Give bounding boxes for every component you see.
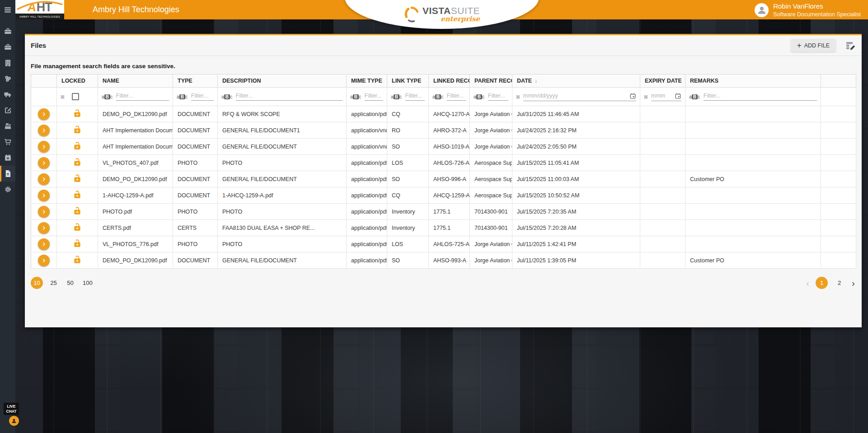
col-parent-record[interactable]: PARENT RECORD <box>470 74 512 88</box>
contains-operator-icon[interactable]: aBc <box>391 94 402 99</box>
col-type[interactable]: TYPE <box>173 74 218 88</box>
cell-remarks <box>685 155 821 171</box>
mime-type-filter-input[interactable] <box>365 93 383 99</box>
col-expiry-date[interactable]: EXPIRY DATE <box>640 74 685 88</box>
sidebar-item-truck[interactable] <box>0 87 15 102</box>
cell-expiry-date <box>640 122 685 139</box>
equals-operator-icon[interactable]: = <box>644 93 648 101</box>
date-filter-input[interactable] <box>523 93 629 99</box>
cell-linked-record: AHCQ-1259-A <box>429 187 470 204</box>
locked-filter-checkbox[interactable] <box>72 93 79 100</box>
cell-date: Jul/24/2025 2:16:32 PM <box>512 122 640 139</box>
contains-operator-icon[interactable]: aBc <box>221 94 233 99</box>
sidebar-item-building[interactable] <box>0 55 15 71</box>
page-2-button[interactable]: 2 <box>833 277 845 289</box>
next-page-button[interactable]: › <box>851 278 856 288</box>
sidebar-item-calendar-plus[interactable] <box>0 150 15 166</box>
col-name[interactable]: NAME <box>98 74 173 88</box>
cell-name: DEMO_PO_DK12090.pdf <box>98 106 173 122</box>
sidebar-item-toolbox[interactable] <box>0 23 15 39</box>
col-locked[interactable]: LOCKED <box>57 74 98 88</box>
link-type-filter-input[interactable] <box>405 93 425 99</box>
type-filter-input[interactable] <box>191 93 214 99</box>
expand-row-button[interactable] <box>38 125 50 136</box>
sidebar-item-files[interactable] <box>0 166 15 182</box>
col-remarks[interactable]: REMARKS <box>685 74 821 88</box>
files-icon <box>4 169 12 178</box>
contains-operator-icon[interactable]: aBc <box>350 94 361 99</box>
contains-operator-icon[interactable]: aBc <box>432 94 444 99</box>
prev-page-button[interactable]: ‹ <box>805 278 810 288</box>
aht-logo[interactable]: AHT AMBRY HILL TECHNOLOGIES <box>15 0 64 19</box>
cell-link-type: LOS <box>387 236 429 252</box>
sidebar-item-cart[interactable] <box>0 134 15 150</box>
cell-date: Jul/11/2025 1:39:05 PM <box>512 252 640 269</box>
linked-record-filter-input[interactable] <box>447 93 466 99</box>
hamburger-menu-icon[interactable] <box>0 4 15 16</box>
cell-mime-type: application/pdf <box>347 220 387 236</box>
cell-date: Jul/15/2025 11:00:03 AM <box>512 171 640 187</box>
expand-row-button[interactable] <box>38 206 50 218</box>
col-mime-type[interactable]: MIME TYPE <box>347 74 387 88</box>
remarks-filter-input[interactable] <box>704 93 817 99</box>
cell-parent-record: Jorge Aviation Co <box>470 139 512 155</box>
page-size-25[interactable]: 25 <box>47 277 60 289</box>
expand-row-button[interactable] <box>38 222 50 234</box>
expand-row-button[interactable] <box>38 108 50 120</box>
expiry-date-filter-input[interactable] <box>651 93 675 99</box>
parent-record-filter-input[interactable] <box>488 93 508 99</box>
live-chat-widget[interactable]: LIVE CHAT <box>4 403 21 426</box>
col-tail <box>821 74 856 88</box>
filter-mime-type: aBc <box>347 88 387 106</box>
cell-description: RFQ & WORK SCOPE <box>218 106 347 122</box>
sidebar-item-settings[interactable] <box>0 182 15 197</box>
cell-parent-record: 7014300-901 <box>470 204 512 220</box>
contains-operator-icon[interactable]: aBc <box>177 94 188 99</box>
user-menu[interactable]: Robin VanFlores Software Documentation S… <box>755 2 861 18</box>
name-filter-input[interactable] <box>116 93 169 99</box>
cell-expiry-date <box>640 204 685 220</box>
sidebar-item-toolbox2[interactable] <box>0 39 15 55</box>
column-chooser-button[interactable] <box>845 40 856 51</box>
table-row: AHT Implementation Documentat...DOCUMENT… <box>31 122 856 139</box>
cell-date: Jul/31/2025 11:46:45 AM <box>512 106 640 122</box>
contains-operator-icon[interactable]: aBc <box>102 94 113 99</box>
add-file-button[interactable]: + ADD FILE <box>791 39 836 52</box>
col-date[interactable]: DATE↓ <box>512 74 640 88</box>
equals-operator-icon[interactable]: = <box>516 93 520 101</box>
sidebar-item-cash-register[interactable] <box>0 118 15 134</box>
cell-mime-type: application/pdf <box>347 171 387 187</box>
calendar-icon[interactable] <box>675 93 681 99</box>
contains-operator-icon[interactable]: aBc <box>689 94 700 99</box>
cell-linked-record: 1775.1 <box>429 204 470 220</box>
toolbox2-icon <box>4 43 12 51</box>
edit-icon <box>4 106 12 115</box>
equals-operator-icon[interactable]: = <box>61 93 65 101</box>
filter-row: = aBc aBc aBc aBc aBc aBc aBc = = aBc <box>31 88 856 106</box>
expand-row-button[interactable] <box>38 238 50 250</box>
col-linked-record[interactable]: LINKED RECORD <box>429 74 470 88</box>
cell-type: DOCUMENT <box>173 252 218 269</box>
contains-operator-icon[interactable]: aBc <box>474 94 485 99</box>
page-1-button[interactable]: 1 <box>816 277 828 289</box>
expand-row-button[interactable] <box>38 255 50 266</box>
page-size-10[interactable]: 10 <box>31 277 43 289</box>
expand-row-button[interactable] <box>38 141 50 153</box>
cell-link-type: RO <box>387 122 429 139</box>
cell-remarks <box>685 220 821 236</box>
col-description[interactable]: DESCRIPTION <box>218 74 347 88</box>
files-panel: Files + ADD FILE File management search … <box>25 34 862 327</box>
cell-description: PHOTO <box>218 204 347 220</box>
page-size-50[interactable]: 50 <box>64 277 76 289</box>
col-link-type[interactable]: LINK TYPE <box>387 74 429 88</box>
calendar-icon[interactable] <box>629 93 636 99</box>
expand-row-button[interactable] <box>38 190 50 201</box>
cell-tail <box>821 204 856 220</box>
page-size-100[interactable]: 100 <box>81 277 94 289</box>
sidebar-item-gears[interactable] <box>0 71 15 87</box>
description-filter-input[interactable] <box>236 93 343 99</box>
sidebar-item-edit[interactable] <box>0 102 15 118</box>
expand-row-button[interactable] <box>38 173 50 185</box>
cell-date: Jul/15/2025 7:20:35 AM <box>512 204 640 220</box>
expand-row-button[interactable] <box>38 157 50 169</box>
